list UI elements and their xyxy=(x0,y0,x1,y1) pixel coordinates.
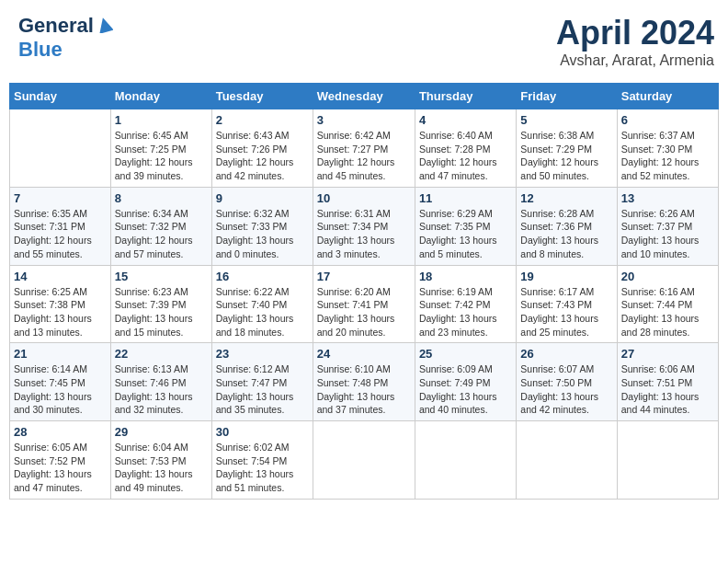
day-number: 7 xyxy=(14,191,107,205)
col-monday: Monday xyxy=(110,84,211,109)
day-number: 18 xyxy=(419,270,512,283)
day-number: 3 xyxy=(317,113,411,127)
day-info: Sunrise: 6:34 AMSunset: 7:32 PMDaylight:… xyxy=(115,207,208,261)
logo-general: General xyxy=(18,14,94,38)
day-info: Sunrise: 6:35 AMSunset: 7:31 PMDaylight:… xyxy=(14,207,107,261)
day-number: 14 xyxy=(14,270,107,283)
day-number: 30 xyxy=(216,425,309,439)
day-number: 27 xyxy=(621,347,714,361)
day-number: 2 xyxy=(216,113,309,127)
day-info: Sunrise: 6:26 AMSunset: 7:37 PMDaylight:… xyxy=(621,207,714,261)
col-saturday: Saturday xyxy=(617,84,718,109)
table-row: 19 Sunrise: 6:17 AMSunset: 7:43 PMDaylig… xyxy=(517,265,617,343)
table-row: 22 Sunrise: 6:13 AMSunset: 7:46 PMDaylig… xyxy=(110,343,211,421)
calendar-title: April 2024 xyxy=(556,14,714,52)
table-row: 9 Sunrise: 6:32 AMSunset: 7:33 PMDayligh… xyxy=(211,187,313,265)
header: General Blue April 2024 Avshar, Ararat, … xyxy=(9,9,719,74)
day-number: 19 xyxy=(520,270,612,283)
table-row: 27 Sunrise: 6:06 AMSunset: 7:51 PMDaylig… xyxy=(617,343,718,421)
calendar-week-row: 1 Sunrise: 6:45 AMSunset: 7:25 PMDayligh… xyxy=(10,109,719,188)
day-info: Sunrise: 6:06 AMSunset: 7:51 PMDaylight:… xyxy=(621,362,714,417)
table-row xyxy=(415,421,516,500)
title-area: April 2024 Avshar, Ararat, Armenia xyxy=(556,14,714,69)
day-info: Sunrise: 6:22 AMSunset: 7:40 PMDaylight:… xyxy=(216,285,309,339)
table-row: 24 Sunrise: 6:10 AMSunset: 7:48 PMDaylig… xyxy=(313,343,415,421)
day-number: 11 xyxy=(419,191,512,205)
day-info: Sunrise: 6:17 AMSunset: 7:43 PMDaylight:… xyxy=(520,285,612,339)
day-number: 24 xyxy=(317,347,411,361)
table-row: 3 Sunrise: 6:42 AMSunset: 7:27 PMDayligh… xyxy=(313,109,415,188)
table-row: 26 Sunrise: 6:07 AMSunset: 7:50 PMDaylig… xyxy=(517,343,617,421)
table-row: 15 Sunrise: 6:23 AMSunset: 7:39 PMDaylig… xyxy=(110,265,211,343)
table-row: 8 Sunrise: 6:34 AMSunset: 7:32 PMDayligh… xyxy=(110,187,211,265)
table-row: 7 Sunrise: 6:35 AMSunset: 7:31 PMDayligh… xyxy=(10,187,111,265)
col-friday: Friday xyxy=(517,84,617,109)
calendar-table: Sunday Monday Tuesday Wednesday Thursday… xyxy=(9,83,719,500)
calendar-header-row: Sunday Monday Tuesday Wednesday Thursday… xyxy=(10,84,719,109)
table-row: 6 Sunrise: 6:37 AMSunset: 7:30 PMDayligh… xyxy=(617,109,718,188)
day-info: Sunrise: 6:43 AMSunset: 7:26 PMDaylight:… xyxy=(216,129,309,183)
calendar-week-row: 21 Sunrise: 6:14 AMSunset: 7:45 PMDaylig… xyxy=(10,343,719,421)
table-row: 12 Sunrise: 6:28 AMSunset: 7:36 PMDaylig… xyxy=(517,187,617,265)
day-info: Sunrise: 6:38 AMSunset: 7:29 PMDaylight:… xyxy=(520,129,612,183)
day-number: 8 xyxy=(115,191,208,205)
day-number: 29 xyxy=(115,425,208,439)
logo: General Blue xyxy=(18,14,113,62)
day-number: 6 xyxy=(621,113,714,127)
day-info: Sunrise: 6:04 AMSunset: 7:53 PMDaylight:… xyxy=(115,441,208,495)
day-info: Sunrise: 6:16 AMSunset: 7:44 PMDaylight:… xyxy=(621,285,714,339)
day-info: Sunrise: 6:31 AMSunset: 7:34 PMDaylight:… xyxy=(317,207,411,261)
logo-blue: Blue xyxy=(18,38,63,61)
day-number: 22 xyxy=(115,347,208,361)
table-row xyxy=(10,109,111,188)
day-info: Sunrise: 6:23 AMSunset: 7:39 PMDaylight:… xyxy=(115,285,208,339)
day-info: Sunrise: 6:10 AMSunset: 7:48 PMDaylight:… xyxy=(317,362,411,417)
day-info: Sunrise: 6:28 AMSunset: 7:36 PMDaylight:… xyxy=(520,207,612,261)
col-wednesday: Wednesday xyxy=(313,84,415,109)
day-number: 28 xyxy=(14,425,107,439)
table-row: 25 Sunrise: 6:09 AMSunset: 7:49 PMDaylig… xyxy=(415,343,516,421)
day-number: 1 xyxy=(115,113,208,127)
day-info: Sunrise: 6:09 AMSunset: 7:49 PMDaylight:… xyxy=(419,362,512,417)
calendar-week-row: 28 Sunrise: 6:05 AMSunset: 7:52 PMDaylig… xyxy=(10,421,719,500)
day-info: Sunrise: 6:25 AMSunset: 7:38 PMDaylight:… xyxy=(14,285,107,339)
day-info: Sunrise: 6:29 AMSunset: 7:35 PMDaylight:… xyxy=(419,207,512,261)
calendar-week-row: 7 Sunrise: 6:35 AMSunset: 7:31 PMDayligh… xyxy=(10,187,719,265)
day-info: Sunrise: 6:02 AMSunset: 7:54 PMDaylight:… xyxy=(216,441,309,495)
table-row: 14 Sunrise: 6:25 AMSunset: 7:38 PMDaylig… xyxy=(10,265,111,343)
table-row xyxy=(313,421,415,500)
day-info: Sunrise: 6:32 AMSunset: 7:33 PMDaylight:… xyxy=(216,207,309,261)
col-sunday: Sunday xyxy=(10,84,111,109)
table-row: 10 Sunrise: 6:31 AMSunset: 7:34 PMDaylig… xyxy=(313,187,415,265)
col-thursday: Thursday xyxy=(415,84,516,109)
table-row: 23 Sunrise: 6:12 AMSunset: 7:47 PMDaylig… xyxy=(211,343,313,421)
day-info: Sunrise: 6:20 AMSunset: 7:41 PMDaylight:… xyxy=(317,285,411,339)
day-number: 4 xyxy=(419,113,512,127)
day-number: 17 xyxy=(317,270,411,283)
day-number: 23 xyxy=(216,347,309,361)
table-row: 17 Sunrise: 6:20 AMSunset: 7:41 PMDaylig… xyxy=(313,265,415,343)
logo-triangle-icon xyxy=(97,17,113,37)
day-number: 9 xyxy=(216,191,309,205)
table-row: 21 Sunrise: 6:14 AMSunset: 7:45 PMDaylig… xyxy=(10,343,111,421)
day-number: 12 xyxy=(520,191,612,205)
day-info: Sunrise: 6:05 AMSunset: 7:52 PMDaylight:… xyxy=(14,441,107,495)
svg-marker-0 xyxy=(97,17,113,33)
table-row: 18 Sunrise: 6:19 AMSunset: 7:42 PMDaylig… xyxy=(415,265,516,343)
table-row: 1 Sunrise: 6:45 AMSunset: 7:25 PMDayligh… xyxy=(110,109,211,188)
table-row: 5 Sunrise: 6:38 AMSunset: 7:29 PMDayligh… xyxy=(517,109,617,188)
table-row: 28 Sunrise: 6:05 AMSunset: 7:52 PMDaylig… xyxy=(10,421,111,500)
table-row: 20 Sunrise: 6:16 AMSunset: 7:44 PMDaylig… xyxy=(617,265,718,343)
day-number: 20 xyxy=(621,270,714,283)
col-tuesday: Tuesday xyxy=(211,84,313,109)
day-number: 25 xyxy=(419,347,512,361)
table-row: 29 Sunrise: 6:04 AMSunset: 7:53 PMDaylig… xyxy=(110,421,211,500)
day-info: Sunrise: 6:19 AMSunset: 7:42 PMDaylight:… xyxy=(419,285,512,339)
day-info: Sunrise: 6:13 AMSunset: 7:46 PMDaylight:… xyxy=(115,362,208,417)
day-info: Sunrise: 6:12 AMSunset: 7:47 PMDaylight:… xyxy=(216,362,309,417)
calendar-location: Avshar, Ararat, Armenia xyxy=(556,52,714,69)
day-info: Sunrise: 6:14 AMSunset: 7:45 PMDaylight:… xyxy=(14,362,107,417)
day-number: 16 xyxy=(216,270,309,283)
table-row: 11 Sunrise: 6:29 AMSunset: 7:35 PMDaylig… xyxy=(415,187,516,265)
day-number: 21 xyxy=(14,347,107,361)
